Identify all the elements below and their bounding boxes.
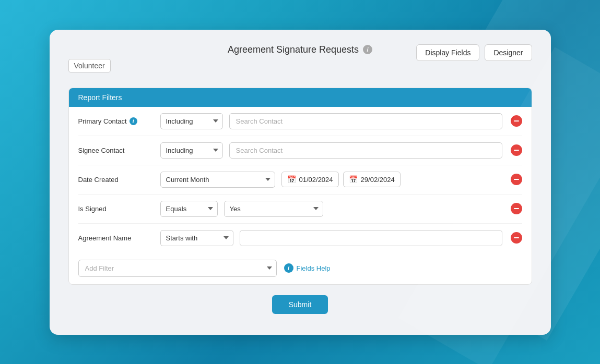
filter-label-agreement-name: Agreement Name (78, 234, 154, 242)
filter-operator-agreement-name[interactable]: Starts with (160, 230, 233, 246)
fields-help-label: Fields Help (297, 264, 331, 272)
filter-row-agreement-name: Agreement Name Starts with (78, 224, 522, 252)
date-to-input[interactable]: 📅 29/02/2024 (343, 172, 401, 187)
remove-date-created-button[interactable] (511, 174, 522, 185)
operator-select-primary-contact[interactable]: Including (160, 113, 223, 129)
panel-header: Report Filters (69, 88, 532, 107)
add-filter-select[interactable]: Add Filter (78, 260, 277, 277)
date-range-group: 📅 01/02/2024 📅 29/02/2024 (281, 172, 502, 187)
calendar-from-icon: 📅 (287, 175, 296, 184)
search-contact-input-primary[interactable] (229, 113, 502, 129)
submit-button[interactable]: Submit (272, 295, 328, 314)
filter-operator-signee-contact[interactable]: Including (160, 142, 223, 159)
filter-label-text: Date Created (78, 176, 119, 184)
filter-label-text: Signee Contact (78, 147, 125, 154)
agreement-name-input[interactable] (240, 230, 502, 246)
operator-select-signee-contact[interactable]: Including (160, 142, 223, 159)
filter-value-signee-contact (229, 142, 502, 159)
volunteer-tag: Volunteer (68, 59, 111, 72)
filter-row-date-created: Date Created Current Month 📅 01/02/2024 … (78, 165, 522, 195)
filter-row-primary-contact: Primary Contact i Including (78, 107, 522, 136)
primary-contact-info-icon[interactable]: i (130, 117, 137, 125)
operator-select-date-created[interactable]: Current Month (160, 172, 275, 188)
main-card: Agreement Signature Requests i Volunteer… (50, 30, 551, 335)
filter-operator-primary-contact[interactable]: Including (160, 113, 223, 129)
submit-section: Submit (68, 285, 532, 316)
filter-operator-date-created[interactable]: Current Month (160, 172, 275, 188)
filter-value-is-signed: Yes (224, 201, 502, 217)
filter-label-signee-contact: Signee Contact (78, 147, 154, 154)
page-title: Agreement Signature Requests (228, 44, 359, 55)
add-filter-row: Add Filter i Fields Help (69, 252, 532, 284)
remove-agreement-name-button[interactable] (511, 232, 522, 244)
signed-value-select[interactable]: Yes (224, 201, 323, 217)
fields-help-button[interactable]: i Fields Help (284, 263, 331, 273)
remove-signee-contact-button[interactable] (511, 144, 522, 156)
remove-primary-contact-button[interactable] (511, 115, 522, 127)
filter-label-text: Agreement Name (78, 234, 132, 242)
date-from-input[interactable]: 📅 01/02/2024 (281, 172, 339, 187)
remove-is-signed-button[interactable] (511, 203, 522, 214)
display-fields-button[interactable]: Display Fields (416, 44, 479, 61)
operator-select-agreement-name[interactable]: Starts with (160, 230, 233, 246)
title-row: Agreement Signature Requests i (228, 44, 372, 55)
search-contact-input-signee[interactable] (229, 142, 502, 159)
filter-rows: Primary Contact i Including Signee Conta… (69, 107, 532, 252)
filter-label-primary-contact: Primary Contact i (78, 117, 154, 125)
filter-row-is-signed: Is Signed Equals Yes (78, 195, 522, 224)
title-info-icon[interactable]: i (363, 45, 372, 54)
designer-button[interactable]: Designer (485, 44, 532, 61)
fields-help-icon: i (284, 263, 293, 273)
filter-operator-is-signed[interactable]: Equals (160, 201, 218, 217)
filter-label-date-created: Date Created (78, 176, 154, 184)
header-actions: Display Fields Designer (416, 44, 532, 61)
filter-value-primary-contact (229, 113, 502, 129)
filter-label-text: Primary Contact (78, 117, 127, 125)
date-to-value: 29/02/2024 (361, 176, 395, 184)
filter-row-signee-contact: Signee Contact Including (78, 136, 522, 165)
filter-label-text: Is Signed (78, 205, 107, 213)
operator-select-is-signed[interactable]: Equals (160, 201, 218, 217)
report-filters-panel: Report Filters Primary Contact i Includi… (68, 88, 532, 285)
filter-label-is-signed: Is Signed (78, 205, 154, 213)
filter-value-agreement-name (240, 230, 502, 246)
calendar-to-icon: 📅 (349, 175, 358, 184)
date-from-value: 01/02/2024 (299, 176, 333, 184)
